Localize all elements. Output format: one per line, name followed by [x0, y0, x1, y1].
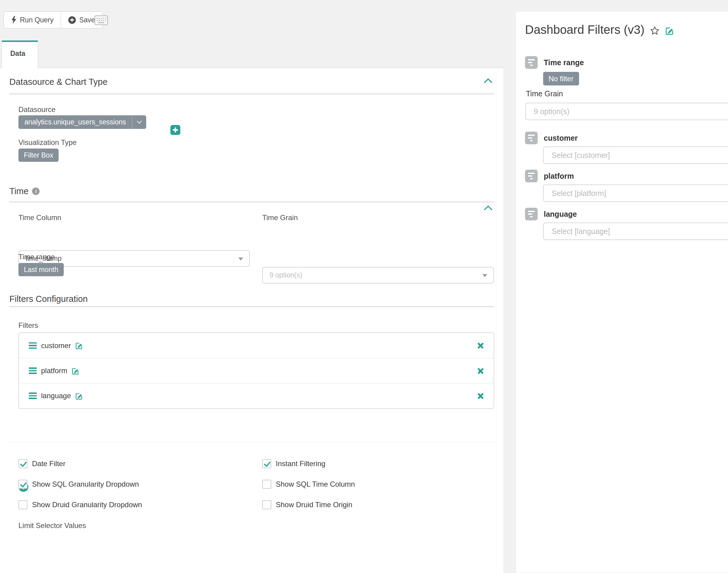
- preview-customer-select[interactable]: Select [customer]: [543, 146, 728, 164]
- run-query-button[interactable]: Run Query: [4, 12, 61, 28]
- save-label: Save: [79, 16, 95, 24]
- filters-label: Filters: [18, 321, 38, 330]
- filter-row: platform: [19, 358, 494, 383]
- section-divider: [9, 306, 494, 307]
- no-filter-value: No filter: [548, 74, 574, 83]
- collapse-section-datasource-icon[interactable]: [484, 77, 492, 85]
- section-divider: [9, 202, 494, 202]
- tab-data[interactable]: Data: [1, 41, 38, 68]
- checkbox-date-filter[interactable]: Date Filter: [18, 459, 65, 468]
- preview-time-grain-placeholder: 9 option(s): [534, 107, 569, 116]
- filters-list: customer platform language: [18, 332, 494, 409]
- time-grain-select[interactable]: 9 option(s): [262, 267, 494, 283]
- drag-handle-icon[interactable]: [29, 393, 37, 399]
- filter-name: customer: [41, 342, 71, 350]
- plus-circle-icon: [68, 16, 76, 24]
- collapse-section-time-icon[interactable]: [484, 204, 492, 212]
- edit-filter-icon[interactable]: [75, 392, 83, 400]
- checkbox-label: Show Druid Granularity Dropdown: [32, 501, 142, 509]
- checkbox-show-druid-time-origin[interactable]: Show Druid Time Origin: [262, 500, 352, 509]
- viz-type-label: Visualization Type: [18, 138, 77, 147]
- checkbox-label: Show SQL Time Column: [276, 480, 355, 488]
- datasource-value: analytics.unique_users_sessions: [18, 118, 132, 126]
- edit-title-icon[interactable]: [665, 26, 674, 35]
- checkbox-icon[interactable]: [18, 459, 28, 468]
- favorite-star-icon[interactable]: [650, 26, 660, 35]
- filter-box-icon: [525, 132, 538, 144]
- filter-box-icon: [525, 56, 538, 69]
- checkbox-show-sql-granularity[interactable]: Show SQL Granularity Dropdown: [18, 480, 139, 489]
- run-query-label: Run Query: [20, 16, 53, 24]
- checkbox-label: Show SQL Granularity Dropdown: [32, 480, 139, 488]
- chart-title-row: Dashboard Filters (v3): [525, 23, 674, 37]
- viz-type-value: Filter Box: [24, 151, 53, 159]
- filter-row: language: [19, 383, 494, 408]
- section-title-filters: Filters Configuration: [9, 294, 88, 304]
- drag-handle-icon[interactable]: [29, 342, 37, 349]
- time-range-select[interactable]: Last month: [18, 263, 64, 276]
- keyboard-shortcuts-icon[interactable]: [94, 15, 108, 25]
- section-title-datasource: Datasource & Chart Type: [9, 77, 107, 87]
- filter-name: language: [41, 392, 71, 400]
- checkbox-icon[interactable]: [18, 480, 28, 489]
- checkbox-icon[interactable]: [262, 480, 271, 489]
- preview-customer-label: customer: [544, 134, 578, 143]
- time-grain-label: Time Grain: [262, 213, 298, 222]
- preview-language-placeholder: Select [language]: [551, 227, 610, 236]
- remove-filter-icon[interactable]: [477, 392, 485, 400]
- viz-type-select[interactable]: Filter Box: [18, 149, 59, 162]
- chart-controls-panel: Datasource & Chart Type Datasource analy…: [0, 68, 504, 573]
- filter-row: customer: [19, 333, 494, 358]
- datasource-label: Datasource: [18, 105, 56, 114]
- time-range-value: Last month: [24, 266, 58, 274]
- remove-filter-icon[interactable]: [477, 367, 485, 375]
- section-divider: [9, 94, 494, 94]
- chart-title: Dashboard Filters (v3): [525, 23, 645, 37]
- preview-platform-select[interactable]: Select [platform]: [543, 185, 728, 202]
- preview-time-grain-select[interactable]: 9 option(s): [525, 103, 728, 120]
- time-range-label: Time range: [18, 253, 55, 261]
- divider: [9, 442, 494, 442]
- preview-language-label: language: [544, 210, 577, 219]
- checkbox-instant-filtering[interactable]: Instant Filtering: [262, 459, 325, 468]
- preview-time-range-value[interactable]: No filter: [543, 72, 579, 86]
- drag-handle-icon[interactable]: [29, 367, 37, 374]
- caret-down-icon: [482, 274, 487, 277]
- add-datasource-button[interactable]: [171, 125, 180, 135]
- preview-platform-label: platform: [544, 172, 574, 180]
- preview-customer-placeholder: Select [customer]: [551, 151, 610, 160]
- limit-selector-values-label: Limit Selector Values: [18, 521, 86, 530]
- edit-filter-icon[interactable]: [71, 367, 80, 375]
- section-title-time: Time i: [9, 186, 40, 196]
- info-icon[interactable]: i: [32, 188, 40, 195]
- datasource-caret[interactable]: [132, 120, 146, 124]
- remove-filter-icon[interactable]: [477, 342, 485, 350]
- preview-time-grain-label: Time Grain: [526, 89, 563, 98]
- tab-data-label: Data: [10, 50, 26, 57]
- checkbox-label: Date Filter: [32, 460, 65, 468]
- filter-box-icon: [525, 170, 538, 183]
- checkbox-icon[interactable]: [262, 459, 271, 468]
- time-section-label: Time: [9, 186, 29, 196]
- filter-box-icon: [525, 208, 538, 220]
- chart-preview-panel: Dashboard Filters (v3) Time range No fil…: [516, 11, 728, 573]
- checkbox-icon[interactable]: [262, 500, 271, 509]
- datasource-select[interactable]: analytics.unique_users_sessions: [18, 115, 146, 129]
- time-grain-placeholder: 9 option(s): [270, 271, 302, 279]
- preview-time-range-label: Time range: [544, 58, 584, 67]
- checkbox-label: Instant Filtering: [276, 460, 325, 468]
- query-toolbar: Run Query Save: [4, 11, 103, 29]
- checkbox-label: Show Druid Time Origin: [276, 501, 352, 509]
- filter-name: platform: [41, 366, 67, 375]
- edit-filter-icon[interactable]: [75, 342, 83, 350]
- checkbox-show-sql-time-column[interactable]: Show SQL Time Column: [262, 480, 355, 489]
- chevron-down-icon: [137, 119, 142, 124]
- preview-language-select[interactable]: Select [language]: [543, 222, 728, 240]
- checkbox-icon[interactable]: [18, 500, 28, 509]
- time-column-label: Time Column: [18, 213, 61, 222]
- preview-platform-placeholder: Select [platform]: [551, 189, 606, 198]
- checkbox-show-druid-granularity[interactable]: Show Druid Granularity Dropdown: [18, 500, 142, 509]
- caret-down-icon: [238, 258, 243, 261]
- lightning-bolt-icon: [11, 16, 17, 24]
